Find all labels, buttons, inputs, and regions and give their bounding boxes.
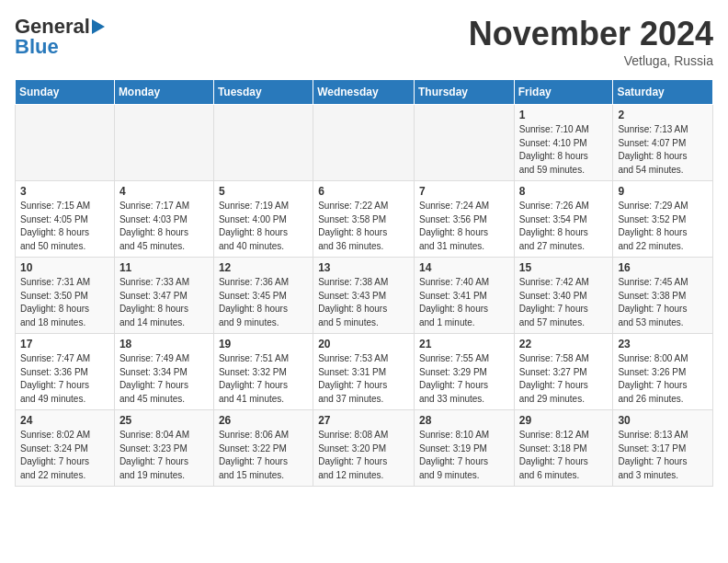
day-info: Sunrise: 7:53 AMSunset: 3:31 PMDaylight:… (318, 352, 409, 406)
day-info: Sunrise: 7:19 AMSunset: 4:00 PMDaylight:… (219, 200, 308, 253)
logo-blue: Blue (15, 35, 59, 59)
day-info: Sunrise: 7:51 AMSunset: 3:32 PMDaylight:… (219, 352, 308, 406)
calendar-week-4: 17Sunrise: 7:47 AMSunset: 3:36 PMDayligh… (16, 334, 713, 410)
day-number: 28 (419, 414, 509, 427)
day-info: Sunrise: 7:29 AMSunset: 3:52 PMDaylight:… (618, 200, 708, 253)
day-number: 30 (618, 414, 708, 427)
calendar-cell: 13Sunrise: 7:38 AMSunset: 3:43 PMDayligh… (313, 258, 415, 334)
calendar-cell: 16Sunrise: 7:45 AMSunset: 3:38 PMDayligh… (613, 258, 713, 334)
day-info: Sunrise: 7:13 AMSunset: 4:07 PMDaylight:… (618, 123, 708, 177)
day-info: Sunrise: 7:55 AMSunset: 3:29 PMDaylight:… (419, 352, 509, 406)
day-info: Sunrise: 8:02 AMSunset: 3:24 PMDaylight:… (20, 429, 109, 482)
calendar-body: 1Sunrise: 7:10 AMSunset: 4:10 PMDaylight… (16, 105, 713, 487)
calendar-cell: 21Sunrise: 7:55 AMSunset: 3:29 PMDayligh… (414, 334, 514, 410)
weekday-header-row: SundayMondayTuesdayWednesdayThursdayFrid… (16, 80, 713, 105)
calendar-cell (313, 105, 415, 181)
calendar-week-5: 24Sunrise: 8:02 AMSunset: 3:24 PMDayligh… (16, 410, 713, 487)
day-info: Sunrise: 8:00 AMSunset: 3:26 PMDaylight:… (618, 352, 708, 406)
day-info: Sunrise: 7:15 AMSunset: 4:05 PMDaylight:… (20, 200, 109, 253)
calendar-cell: 5Sunrise: 7:19 AMSunset: 4:00 PMDaylight… (213, 181, 313, 258)
day-number: 4 (119, 185, 209, 198)
calendar-cell: 19Sunrise: 7:51 AMSunset: 3:32 PMDayligh… (213, 334, 313, 410)
location-subtitle: Vetluga, Russia (469, 53, 713, 68)
day-number: 19 (219, 338, 308, 350)
day-info: Sunrise: 7:45 AMSunset: 3:38 PMDaylight:… (618, 276, 708, 329)
calendar-cell: 20Sunrise: 7:53 AMSunset: 3:31 PMDayligh… (313, 334, 415, 410)
calendar-cell: 22Sunrise: 7:58 AMSunset: 3:27 PMDayligh… (514, 334, 613, 410)
calendar-cell (213, 105, 313, 181)
calendar-cell: 2Sunrise: 7:13 AMSunset: 4:07 PMDaylight… (613, 105, 713, 181)
day-number: 24 (20, 414, 109, 427)
month-title: November 2024 (469, 15, 713, 53)
day-number: 27 (318, 414, 409, 427)
logo-arrow-icon (92, 19, 105, 34)
calendar-cell: 9Sunrise: 7:29 AMSunset: 3:52 PMDaylight… (613, 181, 713, 258)
weekday-header-wednesday: Wednesday (313, 80, 415, 105)
day-number: 20 (318, 338, 409, 350)
calendar-week-3: 10Sunrise: 7:31 AMSunset: 3:50 PMDayligh… (16, 258, 713, 334)
day-number: 13 (318, 261, 409, 274)
day-number: 2 (618, 109, 708, 121)
day-info: Sunrise: 7:17 AMSunset: 4:03 PMDaylight:… (119, 200, 209, 253)
weekday-header-friday: Friday (514, 80, 613, 105)
day-number: 17 (20, 338, 109, 350)
day-info: Sunrise: 7:47 AMSunset: 3:36 PMDaylight:… (20, 352, 109, 406)
calendar-cell: 24Sunrise: 8:02 AMSunset: 3:24 PMDayligh… (16, 410, 115, 487)
day-number: 11 (119, 261, 209, 274)
day-number: 21 (419, 338, 509, 350)
day-number: 10 (20, 261, 109, 274)
day-number: 23 (618, 338, 708, 350)
day-number: 22 (519, 338, 609, 350)
day-info: Sunrise: 8:10 AMSunset: 3:19 PMDaylight:… (419, 429, 509, 482)
day-number: 18 (119, 338, 209, 350)
day-info: Sunrise: 8:12 AMSunset: 3:18 PMDaylight:… (519, 429, 609, 482)
day-info: Sunrise: 7:24 AMSunset: 3:56 PMDaylight:… (419, 200, 509, 253)
day-info: Sunrise: 8:04 AMSunset: 3:23 PMDaylight:… (119, 429, 209, 482)
calendar-cell: 14Sunrise: 7:40 AMSunset: 3:41 PMDayligh… (414, 258, 514, 334)
calendar-cell: 3Sunrise: 7:15 AMSunset: 4:05 PMDaylight… (16, 181, 115, 258)
day-number: 26 (219, 414, 308, 427)
day-info: Sunrise: 8:06 AMSunset: 3:22 PMDaylight:… (219, 429, 308, 482)
calendar-cell (16, 105, 115, 181)
day-info: Sunrise: 7:33 AMSunset: 3:47 PMDaylight:… (119, 276, 209, 329)
calendar-cell: 10Sunrise: 7:31 AMSunset: 3:50 PMDayligh… (16, 258, 115, 334)
day-number: 12 (219, 261, 308, 274)
day-number: 25 (119, 414, 209, 427)
calendar-cell: 12Sunrise: 7:36 AMSunset: 3:45 PMDayligh… (213, 258, 313, 334)
calendar-cell: 6Sunrise: 7:22 AMSunset: 3:58 PMDaylight… (313, 181, 415, 258)
weekday-header-saturday: Saturday (613, 80, 713, 105)
calendar-cell: 23Sunrise: 8:00 AMSunset: 3:26 PMDayligh… (613, 334, 713, 410)
day-info: Sunrise: 7:38 AMSunset: 3:43 PMDaylight:… (318, 276, 409, 329)
day-info: Sunrise: 7:26 AMSunset: 3:54 PMDaylight:… (519, 200, 609, 253)
weekday-header-tuesday: Tuesday (213, 80, 313, 105)
calendar-cell (414, 105, 514, 181)
day-number: 7 (419, 185, 509, 198)
calendar-cell: 30Sunrise: 8:13 AMSunset: 3:17 PMDayligh… (613, 410, 713, 487)
weekday-header-thursday: Thursday (414, 80, 514, 105)
day-number: 8 (519, 185, 609, 198)
calendar-cell: 15Sunrise: 7:42 AMSunset: 3:40 PMDayligh… (514, 258, 613, 334)
calendar-cell: 26Sunrise: 8:06 AMSunset: 3:22 PMDayligh… (213, 410, 313, 487)
calendar-cell: 7Sunrise: 7:24 AMSunset: 3:56 PMDaylight… (414, 181, 514, 258)
calendar-cell: 1Sunrise: 7:10 AMSunset: 4:10 PMDaylight… (514, 105, 613, 181)
weekday-header-sunday: Sunday (16, 80, 115, 105)
day-info: Sunrise: 7:49 AMSunset: 3:34 PMDaylight:… (119, 352, 209, 406)
day-number: 15 (519, 261, 609, 274)
day-info: Sunrise: 7:58 AMSunset: 3:27 PMDaylight:… (519, 352, 609, 406)
calendar-cell: 8Sunrise: 7:26 AMSunset: 3:54 PMDaylight… (514, 181, 613, 258)
day-number: 1 (519, 109, 609, 121)
day-info: Sunrise: 7:22 AMSunset: 3:58 PMDaylight:… (318, 200, 409, 253)
calendar-cell (114, 105, 213, 181)
calendar-week-1: 1Sunrise: 7:10 AMSunset: 4:10 PMDaylight… (16, 105, 713, 181)
day-info: Sunrise: 7:42 AMSunset: 3:40 PMDaylight:… (519, 276, 609, 329)
day-number: 9 (618, 185, 708, 198)
calendar-cell: 28Sunrise: 8:10 AMSunset: 3:19 PMDayligh… (414, 410, 514, 487)
calendar-cell: 25Sunrise: 8:04 AMSunset: 3:23 PMDayligh… (114, 410, 213, 487)
day-info: Sunrise: 7:36 AMSunset: 3:45 PMDaylight:… (219, 276, 308, 329)
day-number: 6 (318, 185, 409, 198)
calendar-table: SundayMondayTuesdayWednesdayThursdayFrid… (15, 79, 713, 487)
logo: General Blue (15, 15, 105, 59)
day-number: 3 (20, 185, 109, 198)
calendar-cell: 18Sunrise: 7:49 AMSunset: 3:34 PMDayligh… (114, 334, 213, 410)
calendar-cell: 4Sunrise: 7:17 AMSunset: 4:03 PMDaylight… (114, 181, 213, 258)
